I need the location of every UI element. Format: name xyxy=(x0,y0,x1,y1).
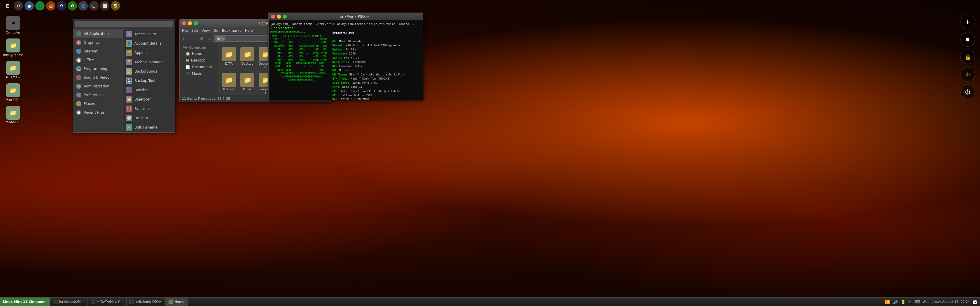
app-cat-sound-video[interactable]: 🎵 Sound & Video xyxy=(73,73,123,82)
term-uptime: Uptime: 2h 20m xyxy=(332,48,404,52)
taskbar: Linux Mint 18 Cinnamon [erikdubois/Mi...… xyxy=(0,297,980,306)
tray-power[interactable]: ⚡ xyxy=(908,300,912,304)
file-public[interactable]: 📁 Public xyxy=(239,71,256,95)
desktop-icon-mint-y-alu[interactable]: 📁 Mint-Y-Alu xyxy=(5,59,22,81)
panel-icon-computer[interactable]: 🖥 xyxy=(3,1,12,11)
app-bulk-rename[interactable]: ✏ Bulk Rename xyxy=(123,123,175,132)
app-search-bar xyxy=(73,19,175,29)
app-backgrounds[interactable]: 🖼 Backgrounds xyxy=(123,67,175,76)
taskbar-terminal2-label: ~/DATA/Mint-Y-... xyxy=(97,300,123,304)
tray-battery[interactable]: 🔋 xyxy=(900,300,906,304)
term-wm: WM: Muffin xyxy=(332,68,404,72)
term-cmd-prompt: ➜ screenfetch xyxy=(270,26,293,30)
mint-y-d1-icon: 📁 xyxy=(6,83,20,97)
app-cat-recent-files[interactable]: 🕐 Recent Files xyxy=(73,108,123,117)
panel-icon-chrome[interactable]: ● xyxy=(24,1,34,11)
panel-icon-mint[interactable]: ✿ xyxy=(68,1,77,11)
panel-icon-spotify[interactable]: ♪ xyxy=(35,1,45,11)
panel-icon-monitor[interactable]: ⬜ xyxy=(100,1,110,11)
sidebar-item-documents[interactable]: 📄 Documents xyxy=(180,63,217,70)
nav-home[interactable]: ⌂ xyxy=(206,36,211,41)
taskbar-start-button[interactable]: Linux Mint 18 Cinnamon xyxy=(0,298,50,306)
taskbar-right: 📶 🔊 🔋 ⚡ ⌨ Wednesday August 17, 22:24 📅 xyxy=(882,300,980,304)
app-archive-manager[interactable]: 📦 Archive Manager xyxy=(123,57,175,67)
app-backup-tool[interactable]: 💾 Backup Tool xyxy=(123,76,175,86)
app-cat-places[interactable]: 📍 Places xyxy=(73,99,123,108)
nav-back[interactable]: ‹ xyxy=(181,36,186,41)
bluetooth-label: Bluetooth xyxy=(134,97,151,101)
app-brackets[interactable]: { } Brackets xyxy=(123,104,175,113)
taskbar-terminal1-icon xyxy=(53,300,57,304)
right-dock-lock[interactable]: 🔒 xyxy=(961,49,975,64)
app-banshee[interactable]: 🎵 Banshee xyxy=(123,86,175,95)
tray-network[interactable]: 📶 xyxy=(885,300,891,304)
right-dock-power[interactable]: ⏻ xyxy=(961,84,975,99)
menu-view[interactable]: View xyxy=(202,29,210,33)
term-line-cmd: ➜ screenfetch xyxy=(270,26,421,30)
menu-help[interactable]: Help xyxy=(245,29,253,33)
app-cat-office[interactable]: 📄 Office xyxy=(73,55,123,64)
app-cat-graphics[interactable]: 🎨 Graphics xyxy=(73,38,123,47)
terminal-close[interactable] xyxy=(271,14,275,19)
terminal-content[interactable]: [oh-my-zsh] Random theme '/home/erik/.oh… xyxy=(269,21,423,100)
panel-icon-steam[interactable]: ⚙ xyxy=(57,1,66,11)
path-label: erik xyxy=(215,36,226,41)
taskbar-item-terminal1[interactable]: [erikdubois/Mi... xyxy=(50,298,88,306)
tray-calendar[interactable]: 📅 xyxy=(972,300,978,304)
app-cat-programming[interactable]: 💻 Programming xyxy=(73,64,123,73)
app-applets[interactable]: 🧩 Applets xyxy=(123,48,175,57)
panel-icon-firefox[interactable]: 🦊 xyxy=(46,1,56,11)
mint-y-d2-icon: 📁 xyxy=(6,106,20,120)
nav-refresh[interactable]: ↺ xyxy=(198,36,205,41)
app-cat-administration[interactable]: ⚙ Administration xyxy=(73,82,123,90)
app-search-input[interactable] xyxy=(75,21,173,27)
file-pictures[interactable]: 📁 Pictures xyxy=(221,71,237,95)
app-bluetooth[interactable]: 📶 Bluetooth xyxy=(123,95,175,104)
fm-sidebar: My Computer 🏠 Home 🖥 Desktop 📄 Documents… xyxy=(180,43,218,95)
nav-forward[interactable]: › xyxy=(187,36,191,41)
right-dock-download[interactable]: ↓ xyxy=(961,14,975,29)
mint-y-d1-label: Mint-Y-D... xyxy=(6,98,21,101)
sidebar-item-music[interactable]: 🎵 Music xyxy=(180,70,217,77)
app-calculator[interactable]: 🔢 Calculator xyxy=(123,132,175,132)
app-account-details[interactable]: 👤 Account details xyxy=(123,39,175,48)
taskbar-item-terminal2[interactable]: ~/DATA/Mint-Y-... xyxy=(88,298,127,306)
desktop-icon-mint-y-theme[interactable]: 📁 mint-y-theme xyxy=(2,37,24,58)
menu-bookmarks[interactable]: Bookmarks xyxy=(222,29,241,33)
panel-icon-box[interactable]: ◻ xyxy=(89,1,99,11)
right-dock-copy[interactable]: © xyxy=(961,67,975,82)
desktop-icon-mint-y-d2[interactable]: 📁 Mint-Y-D... xyxy=(5,104,22,125)
panel-icon-person[interactable]: 👤 xyxy=(78,1,88,11)
menu-file[interactable]: File xyxy=(182,29,188,33)
menu-edit[interactable]: Edit xyxy=(191,29,198,33)
term-hostname: erik@erik-PSQ xyxy=(332,31,404,35)
app-menu-content: ☰ All Applications 🎨 Graphics 🌐 Internet… xyxy=(73,29,175,132)
maximize-button[interactable] xyxy=(194,21,198,25)
sidebar-item-desktop[interactable]: 🖥 Desktop xyxy=(180,57,217,63)
desktop-icon-mint-y-d1[interactable]: 📁 Mint-Y-D... xyxy=(5,82,22,103)
app-brasero[interactable]: 💿 Brasero xyxy=(123,113,175,123)
file-data[interactable]: 📁 DATA xyxy=(221,46,237,70)
app-cat-preferences[interactable]: 🔧 Preferences xyxy=(73,90,123,99)
terminal-minimize[interactable] xyxy=(277,14,281,19)
close-button[interactable] xyxy=(182,21,186,25)
desktop-icon-computer[interactable]: 🖥 Computer xyxy=(5,14,22,36)
app-cat-internet[interactable]: 🌐 Internet xyxy=(73,47,123,55)
app-cat-all-applications[interactable]: ☰ All Applications xyxy=(73,29,123,38)
taskbar-item-home[interactable]: Home xyxy=(165,298,187,306)
app-accessibility[interactable]: ♿ Accessibility xyxy=(123,29,175,39)
sidebar-item-home[interactable]: 🏠 Home xyxy=(180,50,217,57)
minimize-button[interactable] xyxy=(188,21,192,25)
panel-icon-s[interactable]: S xyxy=(111,1,120,11)
term-resolution: Resolution: 3360x1050 xyxy=(332,60,404,64)
right-dock-stop[interactable]: ⏹ xyxy=(961,32,975,47)
terminal-maximize[interactable] xyxy=(283,14,287,19)
taskbar-item-terminal3[interactable]: erik@erik-PSQ:~ xyxy=(127,298,165,306)
menu-go[interactable]: Go xyxy=(213,29,218,33)
brasero-label: Brasero xyxy=(134,116,148,120)
panel-icon-back[interactable]: ↺ xyxy=(14,1,23,11)
term-icon-theme: Icon Theme: Sardi Mono Grey xyxy=(332,81,404,85)
file-desktop[interactable]: 📁 Desktop xyxy=(239,46,256,70)
tray-sound[interactable]: 🔊 xyxy=(892,300,898,304)
nav-up[interactable]: ↑ xyxy=(192,36,197,41)
